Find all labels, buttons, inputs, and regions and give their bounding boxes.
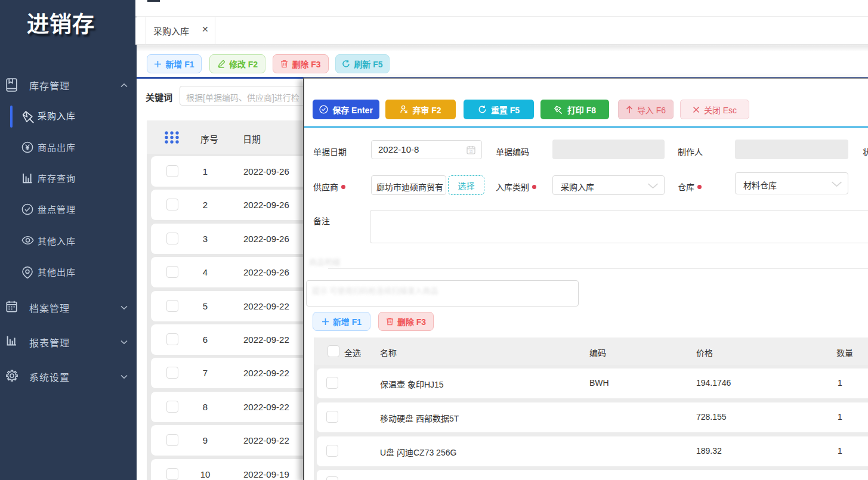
svg-text:15: 15 — [469, 150, 472, 153]
